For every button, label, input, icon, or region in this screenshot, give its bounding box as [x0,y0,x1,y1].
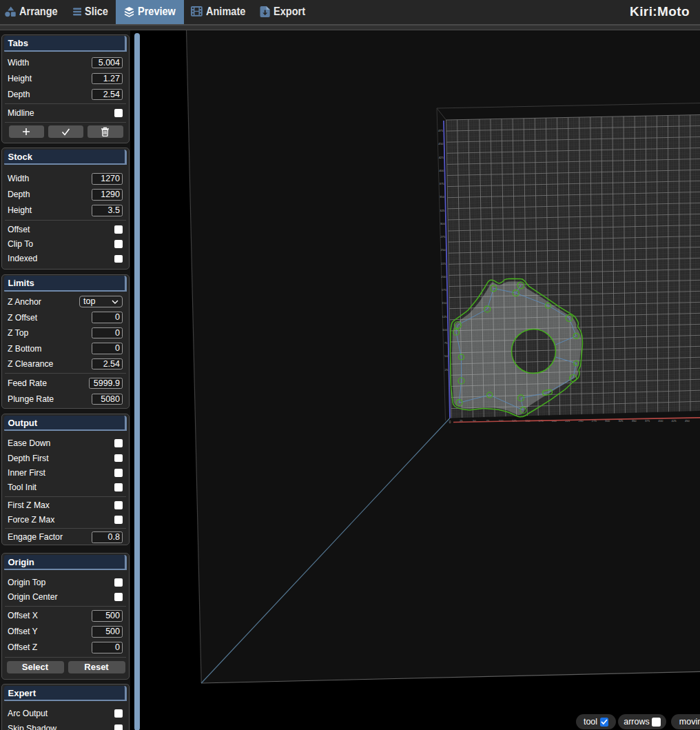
svg-text:100: 100 [442,328,447,332]
svg-text:400: 400 [658,419,663,423]
svg-text:250: 250 [440,248,446,252]
svg-text:350: 350 [439,195,444,199]
svg-text:50: 50 [444,354,448,358]
svg-text:125: 125 [442,315,447,318]
svg-text:300: 300 [440,222,445,225]
svg-text:450: 450 [684,419,690,423]
svg-text:225: 225 [440,262,446,265]
svg-text:425: 425 [438,156,444,159]
svg-text:25: 25 [444,368,448,372]
svg-text:350: 350 [631,419,637,423]
svg-text:400: 400 [439,169,444,172]
svg-text:475: 475 [438,129,443,132]
svg-text:200: 200 [441,275,446,278]
svg-text:75: 75 [444,341,447,345]
svg-text:275: 275 [440,235,446,239]
svg-text:150: 150 [442,301,447,305]
svg-text:325: 325 [440,209,445,212]
svg-text:175: 175 [441,288,446,292]
svg-text:375: 375 [645,419,650,423]
svg-text:450: 450 [438,142,444,145]
svg-text:375: 375 [439,182,444,185]
svg-text:425: 425 [671,419,677,423]
